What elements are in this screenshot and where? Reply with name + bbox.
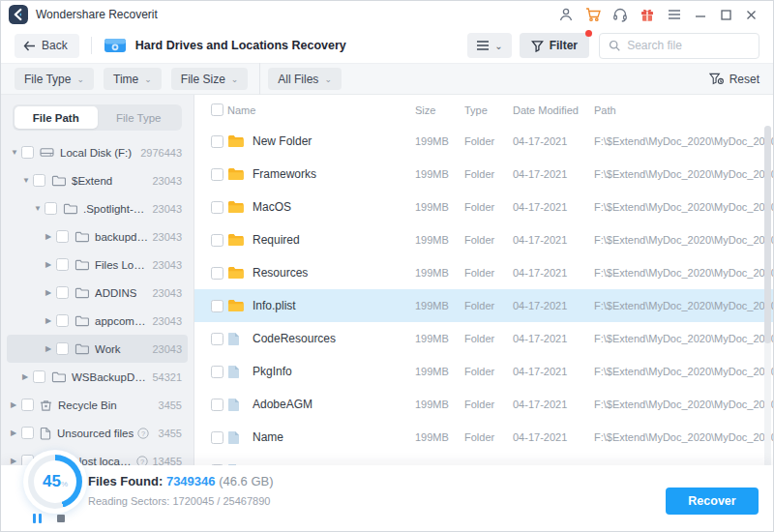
gift-icon[interactable] bbox=[634, 3, 661, 26]
column-size[interactable]: Size bbox=[415, 104, 464, 116]
tree-checkbox[interactable] bbox=[56, 342, 69, 355]
cell-path: F:\$Extend\MyDoc_2020\MyDoc_2020\M... bbox=[594, 366, 773, 377]
tab-file-type[interactable]: File Type bbox=[98, 106, 181, 129]
row-checkbox[interactable] bbox=[211, 300, 223, 312]
tree-item-work[interactable]: ▶Work23043 bbox=[7, 335, 188, 363]
collapse-arrow-icon[interactable]: ▶ bbox=[45, 344, 56, 353]
tree-item-addins[interactable]: ▶ADDINS23043 bbox=[7, 279, 188, 307]
stop-button[interactable] bbox=[57, 515, 65, 522]
search-box[interactable] bbox=[599, 33, 759, 59]
tree-checkbox[interactable] bbox=[56, 314, 69, 327]
collapse-arrow-icon[interactable]: ▶ bbox=[11, 400, 21, 409]
row-checkbox[interactable] bbox=[211, 135, 223, 148]
tree-checkbox[interactable] bbox=[33, 370, 45, 383]
collapse-arrow-icon[interactable]: ▶ bbox=[11, 429, 21, 437]
column-type[interactable]: Type bbox=[464, 104, 513, 116]
filter-time[interactable]: Time⌄ bbox=[104, 68, 162, 90]
menu-list-icon[interactable] bbox=[661, 3, 688, 26]
filter-active-badge bbox=[585, 30, 592, 37]
table-row[interactable]: Resources199MBFolder04-17-2021F:\$Extend… bbox=[194, 256, 773, 289]
tree-item-spotlight-v10000[interactable]: ▼.Spotlight-V10000...23043 bbox=[7, 194, 188, 222]
tree-item-extend[interactable]: ▼$Extend23043 bbox=[7, 166, 188, 194]
row-checkbox[interactable] bbox=[211, 333, 223, 345]
select-all-checkbox[interactable] bbox=[211, 103, 223, 116]
collapse-arrow-icon[interactable]: ▶ bbox=[11, 457, 21, 465]
expand-arrow-icon[interactable]: ▼ bbox=[22, 176, 33, 185]
row-checkbox[interactable] bbox=[211, 201, 223, 214]
table-scrollbar[interactable] bbox=[764, 126, 771, 467]
table-row[interactable]: Info.plist199MBFolder04-17-2021F:\$Exten… bbox=[194, 289, 773, 322]
tree-checkbox[interactable] bbox=[21, 427, 34, 439]
tree-item-recycle-bin[interactable]: ▶Recycle Bin3455 bbox=[7, 391, 188, 419]
table-row[interactable]: PkgInfo199MBFolder04-17-2021F:\$Extend\M… bbox=[194, 355, 773, 388]
help-icon[interactable]: ? bbox=[137, 428, 149, 439]
back-button[interactable]: Back bbox=[15, 34, 79, 58]
expand-arrow-icon[interactable]: ▼ bbox=[34, 204, 45, 213]
tree-item-count: 23043 bbox=[148, 203, 188, 215]
tree-item-files-lost-origi[interactable]: ▶Files Lost Origi...23043 bbox=[7, 251, 188, 279]
row-checkbox[interactable] bbox=[211, 234, 223, 247]
row-checkbox[interactable] bbox=[211, 431, 223, 444]
tree-checkbox[interactable] bbox=[33, 174, 45, 187]
tree-item-unsourced-files[interactable]: ▶Unsourced files?3455 bbox=[7, 419, 188, 447]
reset-filter-button[interactable]: Reset bbox=[709, 73, 759, 86]
cell-date: 04-17-2021 bbox=[513, 366, 594, 377]
table-row[interactable]: New Folder199MBFolder04-17-2021F:\$Exten… bbox=[194, 125, 773, 158]
column-date-modified[interactable]: Date Modified bbox=[513, 104, 594, 116]
tree-checkbox[interactable] bbox=[21, 399, 34, 411]
pause-button[interactable] bbox=[33, 514, 42, 523]
collapse-arrow-icon[interactable]: ▶ bbox=[45, 288, 56, 297]
tree-checkbox[interactable] bbox=[21, 146, 34, 159]
scrollbar-thumb[interactable] bbox=[764, 126, 771, 343]
tree-item-count: 23043 bbox=[148, 259, 188, 271]
tree-item-local-disk-f[interactable]: ▼Local Disk (F:)2976443 bbox=[7, 138, 188, 166]
tree-checkbox[interactable] bbox=[56, 258, 69, 271]
reading-sectors-status: Reading Sectors: 1720045 / 25467890 bbox=[88, 495, 270, 507]
table-row[interactable]: Name199MBFolder04-17-2021F:\$Extend\MyDo… bbox=[194, 421, 773, 454]
tab-file-path[interactable]: File Path bbox=[15, 106, 98, 129]
tree-item-appcompat[interactable]: ▶appcompat23043 bbox=[7, 307, 188, 335]
row-checkbox[interactable] bbox=[211, 267, 223, 280]
row-checkbox[interactable] bbox=[211, 168, 223, 181]
cart-icon[interactable] bbox=[580, 3, 607, 26]
column-path[interactable]: Path bbox=[594, 104, 773, 116]
column-name[interactable]: Name bbox=[227, 104, 415, 116]
page-title: Hard Drives and Locations Recovery bbox=[135, 39, 346, 52]
collapse-arrow-icon[interactable]: ▶ bbox=[22, 372, 33, 381]
tree-item-backupdata[interactable]: ▶backupdata23043 bbox=[7, 222, 188, 251]
tree-checkbox[interactable] bbox=[56, 230, 69, 243]
tree-item-label: .Spotlight-V10000... bbox=[83, 203, 148, 215]
maximize-button[interactable] bbox=[713, 3, 738, 26]
table-row[interactable]: AdobeAGM199MBFolder04-17-2021F:\$Extend\… bbox=[194, 388, 773, 421]
row-checkbox[interactable] bbox=[211, 399, 223, 411]
view-options-button[interactable]: ⌄ bbox=[467, 33, 511, 58]
search-input[interactable] bbox=[627, 39, 750, 52]
collapse-arrow-icon[interactable]: ▶ bbox=[45, 316, 56, 325]
table-row[interactable]: Frameworks199MBFolder04-17-2021F:\$Exten… bbox=[194, 158, 773, 191]
tree-item-label: Recycle Bin bbox=[58, 399, 117, 411]
tree-checkbox[interactable] bbox=[56, 286, 69, 299]
row-checkbox[interactable] bbox=[211, 366, 223, 378]
collapse-arrow-icon[interactable]: ▶ bbox=[45, 260, 56, 269]
filter-button[interactable]: Filter bbox=[520, 33, 589, 58]
files-found-line: Files Found: 7349346 (46.6 GB) bbox=[88, 474, 274, 488]
expand-arrow-icon[interactable]: ▼ bbox=[11, 148, 21, 157]
table-row[interactable]: Required199MBFolder04-17-2021F:\$Extend\… bbox=[194, 223, 773, 256]
minimize-button[interactable] bbox=[688, 3, 713, 26]
cell-date: 04-17-2021 bbox=[513, 431, 594, 443]
trash-icon bbox=[40, 399, 52, 412]
filter-all-files[interactable]: All Files⌄ bbox=[268, 68, 342, 90]
recover-button[interactable]: Recover bbox=[666, 488, 759, 515]
tree-item-wsbackupdata[interactable]: ▶WSBackupData54321 bbox=[7, 363, 188, 391]
folder-icon bbox=[74, 286, 89, 299]
cell-name: PkgInfo bbox=[253, 365, 415, 378]
tree-checkbox[interactable] bbox=[45, 202, 57, 215]
support-headset-icon[interactable] bbox=[607, 3, 634, 26]
table-row[interactable]: CodeResources199MBFolder04-17-2021F:\$Ex… bbox=[194, 322, 773, 355]
user-account-icon[interactable] bbox=[552, 3, 580, 26]
collapse-arrow-icon[interactable]: ▶ bbox=[45, 232, 56, 241]
filter-file-size[interactable]: File Size⌄ bbox=[171, 68, 249, 90]
table-row[interactable]: MacOS199MBFolder04-17-2021F:\$Extend\MyD… bbox=[194, 191, 773, 223]
filter-file-type[interactable]: File Type⌄ bbox=[15, 68, 94, 90]
close-button[interactable] bbox=[738, 3, 763, 26]
